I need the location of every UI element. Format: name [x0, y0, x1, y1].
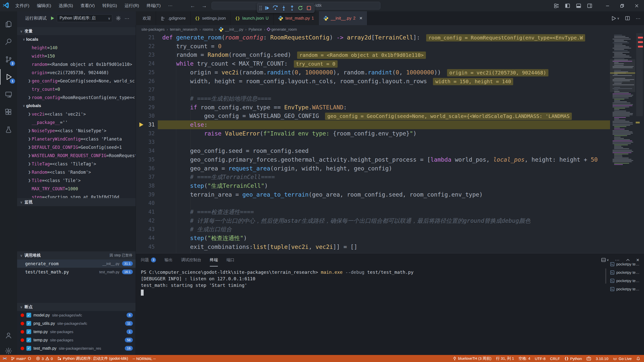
- line-number-25[interactable]: 25: [136, 68, 155, 77]
- menu-item-5[interactable]: 运行(R): [121, 0, 143, 11]
- code-line-25[interactable]: origin = vec2i(random.randint(0, 1000000…: [162, 68, 548, 77]
- editor-more-actions-icon[interactable]: ···: [636, 16, 640, 21]
- code-line-29[interactable]: if room_config.env_type == EnvType.WASTE…: [162, 103, 347, 112]
- toggle-sidebar-icon[interactable]: [562, 0, 573, 11]
- stack-frame-generate_room[interactable]: generate_room__init__.py31:1: [17, 259, 136, 268]
- statusbar-left-2[interactable]: 30: [34, 355, 55, 362]
- code-line-34[interactable]: geo_config.seed = room_config.seed: [162, 147, 309, 155]
- variable-DEFAULT_GEO_CONFIG[interactable]: ❯DEFAULT_GEO_CONFIG = GeoConfig(seed=1: [17, 143, 136, 151]
- tab-close-icon[interactable]: ✕: [359, 16, 363, 21]
- activity-source-control[interactable]: 3: [0, 52, 17, 67]
- statusbar-right-1[interactable]: 行 31, 列 1: [494, 355, 516, 362]
- variable-__package__[interactable]: __package__ = '': [17, 118, 136, 126]
- breadcrumb-terrain_research[interactable]: terrain_research: [170, 27, 197, 31]
- line-number-45[interactable]: 45: [136, 243, 155, 251]
- tab-launch.json[interactable]: {}launch.jsonU: [231, 11, 273, 25]
- variable-vec2i[interactable]: ❯vec2i = <class 'vec2i'>: [17, 110, 136, 118]
- code-line-44[interactable]: step("检查连通性"): [162, 234, 247, 243]
- line-number-33[interactable]: 33: [136, 138, 155, 147]
- terminal-instance-1[interactable]: pocketpy te…: [610, 268, 644, 277]
- code-line-22[interactable]: try_count = 0: [162, 42, 221, 51]
- line-number-28[interactable]: 28: [136, 94, 155, 103]
- menu-item-3[interactable]: 查看(V): [77, 0, 99, 11]
- variable-NoiseType[interactable]: ❯NoiseType = <class 'NoiseType'>: [17, 126, 136, 135]
- breakpoint-test_math.py[interactable]: ✓test_math.pysite-packages\terrain_res16: [17, 344, 136, 352]
- line-number-32[interactable]: 32: [136, 129, 155, 138]
- variable-random[interactable]: random = <Random object at 0x1bf9d01e110…: [17, 60, 136, 68]
- line-number-36[interactable]: 36: [136, 164, 155, 173]
- activity-remote-explorer[interactable]: [0, 87, 17, 102]
- panel-tab-输出[interactable]: 输出: [165, 253, 173, 266]
- toggle-secondary-sidebar-icon[interactable]: [584, 0, 595, 11]
- run-python-file-button[interactable]: ∨: [611, 16, 619, 21]
- statusbar-right-7[interactable]: 3.10.10: [593, 355, 611, 362]
- editor-scrollbar[interactable]: [636, 33, 643, 116]
- breakpoint-checkbox[interactable]: ✓: [26, 313, 31, 318]
- line-number-27[interactable]: 27: [136, 85, 155, 94]
- menu-item-2[interactable]: 选择(S): [55, 0, 77, 11]
- variable-WASTELAND_ROOM_REQUEST_CONFIG[interactable]: ❯WASTELAND_ROOM_REQUEST_CONFIG = RoomReq…: [17, 151, 136, 160]
- breakpoint-checkbox[interactable]: ✓: [26, 321, 31, 326]
- code-line-42[interactable]: # 计算每一个出口的中心，然后使用astar生成路径，确保每一个出口组合都可以联…: [162, 216, 531, 225]
- statusbar-left-4[interactable]: -- NORMAL --: [130, 355, 158, 362]
- code-line-23[interactable]: random = Random(room_config.seed)random …: [162, 51, 426, 59]
- menu-item-4[interactable]: 转到(G): [99, 0, 121, 11]
- variables-section-header[interactable]: ∨变量: [17, 27, 136, 35]
- minimap-slider[interactable]: [610, 59, 635, 92]
- restore-window-button[interactable]: [615, 0, 629, 11]
- terminal-layout-icon[interactable]: ∨: [601, 257, 609, 262]
- breadcrumb-site-packages[interactable]: site-packages: [141, 27, 165, 31]
- breakpoint-temp.py[interactable]: ✓temp.pysite-packages58: [17, 336, 136, 344]
- stack-frame-test/test_math.py[interactable]: test/test_math.pytest_math.py16:1: [17, 268, 136, 276]
- watch-section-header[interactable]: ∨监视: [17, 198, 136, 206]
- breadcrumb-generate_room[interactable]: generate_room: [267, 27, 297, 31]
- activity-explorer[interactable]: [0, 16, 17, 32]
- terminal-instance-3[interactable]: pocketpy te…: [610, 285, 644, 293]
- debug-stop-button[interactable]: [305, 4, 312, 12]
- toggle-panel-icon[interactable]: [573, 0, 584, 11]
- debug-restart-button[interactable]: [297, 4, 304, 12]
- code-line-31[interactable]: else:: [162, 120, 208, 129]
- variable-MAX_TRY_COUNT[interactable]: MAX_TRY_COUNT = 1000: [17, 185, 136, 193]
- statusbar-right-3[interactable]: UTF-8: [533, 355, 548, 362]
- line-number-29[interactable]: 29: [136, 103, 155, 112]
- variable-width[interactable]: width = 150: [17, 52, 136, 60]
- drag-grip-icon[interactable]: [259, 5, 262, 11]
- debug-more-actions-icon[interactable]: ···: [125, 16, 129, 21]
- code-line-28[interactable]: # ====生成初始地理信息====: [162, 94, 271, 103]
- tab-test_math.py[interactable]: test_math.py1: [273, 11, 319, 25]
- nav-back-icon[interactable]: ←: [188, 0, 197, 11]
- statusbar-left-3[interactable]: Python 调试程序: 启动文件 (godot-ldtk): [55, 355, 130, 362]
- code-line-41[interactable]: # ====检查连通性====: [162, 208, 254, 216]
- activity-testing[interactable]: [0, 122, 17, 138]
- code-line-32[interactable]: raise ValueError(f"Invalid env type: {ro…: [162, 129, 417, 138]
- menu-item-0[interactable]: 文件(F): [12, 0, 33, 11]
- debug-continue-button[interactable]: [263, 4, 270, 12]
- breakpoints-section-header[interactable]: ∨断点: [17, 303, 136, 311]
- debug-config-dropdown[interactable]: Python 调试程序: 启∨: [57, 14, 112, 22]
- debug-step-over-button[interactable]: [272, 4, 279, 12]
- activity-account[interactable]: [0, 328, 17, 343]
- code-line-21[interactable]: def generate_room(room_config: RoomReque…: [162, 33, 585, 42]
- debug-step-into-button[interactable]: [280, 4, 287, 12]
- code-line-37[interactable]: # ====生成TerrainCell====: [162, 173, 275, 182]
- activity-search[interactable]: [0, 34, 17, 50]
- menu-item-1[interactable]: 编辑(E): [33, 0, 55, 11]
- menu-item-6[interactable]: 终端(T): [143, 0, 165, 11]
- statusbar-right-9[interactable]: [634, 355, 642, 362]
- close-window-button[interactable]: [629, 0, 644, 11]
- code-editor[interactable]: 21def generate_room(room_config: RoomReq…: [136, 33, 610, 253]
- customize-layout-icon[interactable]: [551, 0, 562, 11]
- split-editor-icon[interactable]: [625, 16, 630, 21]
- code-line-30[interactable]: geo_config = WASTELAND_GEO_CONFIGgeo_con…: [162, 112, 572, 120]
- line-number-37[interactable]: 37: [136, 173, 155, 182]
- minimize-button[interactable]: [600, 0, 615, 11]
- statusbar-left-0[interactable]: ><: [1, 355, 9, 362]
- line-number-34[interactable]: 34: [136, 147, 155, 155]
- code-line-38[interactable]: step("生成TerrainCell"): [162, 182, 268, 190]
- panel-tab-端口[interactable]: 端口: [226, 253, 234, 266]
- variable-Random[interactable]: ❯Random = <class 'Random'>: [17, 168, 136, 176]
- statusbar-right-5[interactable]: {}Python: [562, 355, 584, 362]
- menu-item-7[interactable]: ···: [165, 0, 176, 11]
- breakpoint-model.py[interactable]: ✓model.pysite-packages\wfc6: [17, 311, 136, 319]
